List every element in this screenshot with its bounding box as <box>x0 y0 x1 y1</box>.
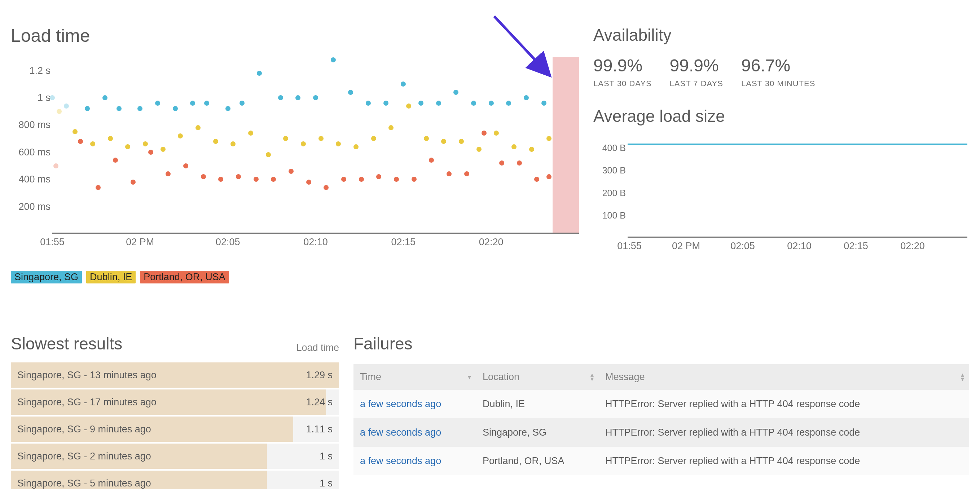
slowest-row[interactable]: Singapore, SG - 17 minutes ago1.24 s <box>11 389 339 415</box>
data-point-sg[interactable] <box>506 101 511 106</box>
data-point-us[interactable] <box>95 185 101 190</box>
data-point-ie[interactable] <box>441 139 446 144</box>
data-point-ie[interactable] <box>336 141 341 146</box>
failure-row[interactable]: a few seconds agoSingapore, SGHTTPError:… <box>353 418 969 447</box>
failure-time-link[interactable]: a few seconds ago <box>360 399 441 409</box>
data-point-sg[interactable] <box>190 101 195 106</box>
data-point-ie[interactable] <box>161 147 165 152</box>
data-point-sg[interactable] <box>383 101 388 106</box>
data-point-sg[interactable] <box>418 101 423 106</box>
data-point-sg[interactable] <box>50 95 55 100</box>
data-point-sg[interactable] <box>295 95 301 100</box>
data-point-ie[interactable] <box>459 139 464 144</box>
data-point-ie[interactable] <box>546 136 552 141</box>
data-point-ie[interactable] <box>406 103 411 108</box>
data-point-us[interactable] <box>130 179 135 185</box>
data-point-us[interactable] <box>236 174 241 179</box>
data-point-sg[interactable] <box>85 106 90 111</box>
data-point-ie[interactable] <box>266 152 271 157</box>
failure-row[interactable]: a few seconds agoDublin, IEHTTPError: Se… <box>353 390 969 418</box>
data-point-us[interactable] <box>148 150 153 155</box>
data-point-sg[interactable] <box>489 101 494 106</box>
data-point-sg[interactable] <box>155 101 160 106</box>
data-point-ie[interactable] <box>529 147 534 152</box>
data-point-sg[interactable] <box>226 106 231 111</box>
data-point-sg[interactable] <box>331 57 336 62</box>
slowest-row[interactable]: Singapore, SG - 2 minutes ago1 s <box>11 444 339 469</box>
data-point-us[interactable] <box>218 177 223 182</box>
data-point-sg[interactable] <box>453 90 458 95</box>
legend-dublin[interactable]: Dublin, IE <box>86 271 135 283</box>
data-point-sg[interactable] <box>240 101 245 106</box>
data-point-us[interactable] <box>412 177 417 182</box>
avg-load-size-chart[interactable]: 400 B300 B200 B100 B <box>592 137 969 238</box>
data-point-ie[interactable] <box>283 136 288 141</box>
data-point-ie[interactable] <box>73 129 78 134</box>
data-point-sg[interactable] <box>257 71 262 76</box>
data-point-us[interactable] <box>376 174 381 179</box>
data-point-ie[interactable] <box>388 125 393 130</box>
data-point-us[interactable] <box>254 177 259 182</box>
data-point-us[interactable] <box>201 174 206 179</box>
data-point-sg[interactable] <box>137 106 143 111</box>
legend-singapore[interactable]: Singapore, SG <box>11 271 82 283</box>
data-point-sg[interactable] <box>541 101 546 106</box>
data-point-sg[interactable] <box>524 95 529 100</box>
slowest-row[interactable]: Singapore, SG - 5 minutes ago1 s <box>11 471 339 489</box>
data-point-ie[interactable] <box>143 141 148 146</box>
data-point-sg[interactable] <box>401 81 406 87</box>
data-point-us[interactable] <box>534 177 539 182</box>
data-point-ie[interactable] <box>231 141 235 146</box>
data-point-ie[interactable] <box>57 109 62 114</box>
data-point-us[interactable] <box>341 177 346 182</box>
legend-portland[interactable]: Portland, OR, USA <box>140 271 229 283</box>
failure-row[interactable]: a few seconds agoPortland, OR, USAHTTPEr… <box>353 447 969 475</box>
failure-time-link[interactable]: a few seconds ago <box>360 427 441 438</box>
data-point-ie[interactable] <box>301 141 306 146</box>
data-point-ie[interactable] <box>424 136 429 141</box>
data-point-us[interactable] <box>359 177 364 182</box>
data-point-sg[interactable] <box>366 101 371 106</box>
data-point-sg[interactable] <box>116 106 122 111</box>
data-point-us[interactable] <box>78 139 83 144</box>
data-point-sg[interactable] <box>64 103 69 108</box>
data-point-us[interactable] <box>464 171 469 176</box>
data-point-us[interactable] <box>323 185 329 190</box>
data-point-sg[interactable] <box>313 95 318 100</box>
data-point-us[interactable] <box>546 174 552 179</box>
data-point-us[interactable] <box>429 157 434 163</box>
data-point-ie[interactable] <box>476 147 482 152</box>
data-point-sg[interactable] <box>173 106 178 111</box>
data-point-sg[interactable] <box>102 95 108 100</box>
data-point-ie[interactable] <box>511 144 517 149</box>
data-point-us[interactable] <box>183 164 188 168</box>
data-point-us[interactable] <box>394 177 399 182</box>
data-point-ie[interactable] <box>371 136 376 141</box>
data-point-sg[interactable] <box>278 95 283 100</box>
data-point-us[interactable] <box>271 177 276 182</box>
data-point-sg[interactable] <box>204 101 209 106</box>
data-point-ie[interactable] <box>353 144 358 149</box>
failures-header-message[interactable]: Message ▴▾ <box>599 364 969 390</box>
failures-header-location[interactable]: Location ▴▾ <box>476 364 599 390</box>
slowest-row[interactable]: Singapore, SG - 13 minutes ago1.29 s <box>11 362 339 388</box>
data-point-ie[interactable] <box>318 136 323 141</box>
failures-header-time[interactable]: Time ▾ <box>353 364 476 390</box>
data-point-us[interactable] <box>447 171 452 176</box>
data-point-us[interactable] <box>53 164 59 168</box>
data-point-sg[interactable] <box>471 101 476 106</box>
data-point-ie[interactable] <box>213 139 218 144</box>
data-point-us[interactable] <box>288 169 294 174</box>
data-point-ie[interactable] <box>90 141 95 146</box>
data-point-us[interactable] <box>306 179 311 185</box>
data-point-us[interactable] <box>113 157 118 163</box>
data-point-sg[interactable] <box>348 90 353 95</box>
data-point-ie[interactable] <box>178 133 183 138</box>
load-time-chart[interactable]: 1.2 s1 s800 ms600 ms400 ms200 ms <box>11 57 579 234</box>
data-point-us[interactable] <box>482 130 487 136</box>
slowest-row[interactable]: Singapore, SG - 9 minutes ago1.11 s <box>11 416 339 442</box>
failure-time-link[interactable]: a few seconds ago <box>360 456 441 466</box>
data-point-sg[interactable] <box>436 101 441 106</box>
data-point-ie[interactable] <box>494 130 499 136</box>
data-point-ie[interactable] <box>125 144 130 149</box>
